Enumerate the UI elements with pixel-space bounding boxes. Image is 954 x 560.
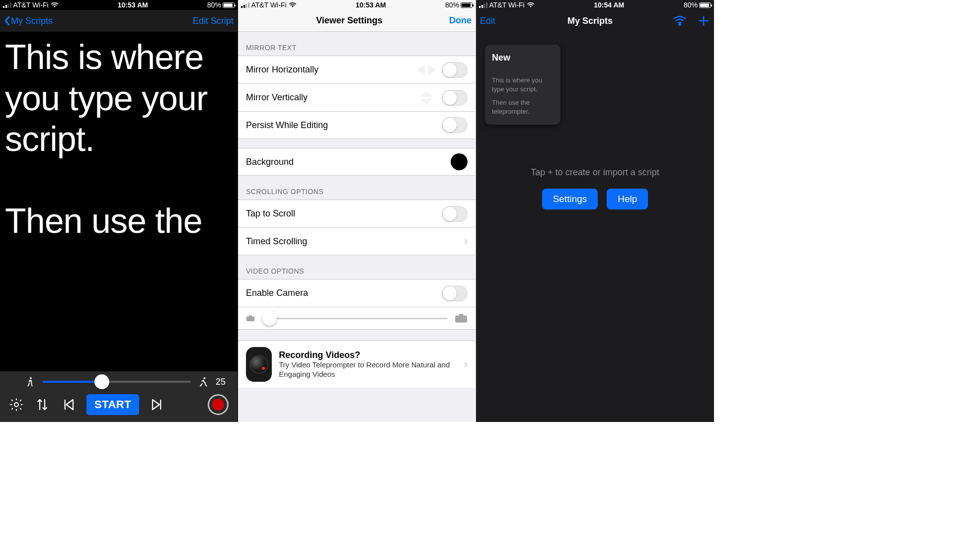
tap-to-scroll-toggle[interactable] [442, 206, 468, 222]
swap-direction-icon[interactable] [35, 397, 50, 412]
edit-button[interactable]: Edit [480, 16, 510, 26]
svg-rect-5 [455, 316, 467, 323]
speed-slider[interactable] [43, 381, 191, 383]
walk-icon [25, 375, 36, 388]
svg-rect-4 [249, 315, 252, 317]
enable-camera-row[interactable]: Enable Camera [238, 279, 476, 307]
status-bar: AT&T Wi-Fi 10:53 AM 80% [238, 0, 476, 10]
viewer-settings-screen: AT&T Wi-Fi 10:53 AM 80% Viewer Settings … [238, 0, 476, 422]
camera-large-icon [455, 313, 468, 323]
teleprompter-screen: AT&T Wi-Fi 10:53 AM 80% My Scripts Edit … [0, 0, 238, 422]
signal-icon [241, 2, 249, 8]
wifi-icon [289, 2, 297, 8]
run-icon [198, 375, 209, 388]
gear-icon[interactable] [9, 397, 24, 412]
settings-button[interactable]: Settings [542, 189, 598, 210]
carrier-label: AT&T Wi-Fi [251, 1, 287, 9]
svg-rect-3 [246, 316, 255, 321]
timed-scrolling-row[interactable]: Timed Scrolling › [238, 227, 476, 255]
skip-forward-icon[interactable] [150, 397, 165, 412]
nav-bar: Edit My Scripts [476, 10, 714, 32]
camera-size-slider[interactable] [262, 318, 448, 319]
clock: 10:53 AM [118, 1, 148, 9]
persist-editing-row[interactable]: Persist While Editing [238, 111, 476, 139]
svg-point-0 [30, 377, 32, 379]
camera-small-icon [246, 315, 255, 322]
promo-row[interactable]: Recording Videos? Try Video Teleprompter… [238, 341, 476, 388]
wifi-icon [51, 2, 59, 8]
persist-toggle[interactable] [442, 117, 468, 133]
enable-camera-toggle[interactable] [442, 285, 468, 301]
script-text[interactable]: This is where you type your script. Then… [0, 32, 238, 371]
my-scripts-screen: AT&T Wi-Fi 10:54 AM 80% Edit My Scripts … [476, 0, 714, 422]
chevron-left-icon [4, 16, 10, 26]
nav-bar: Viewer Settings Done [238, 10, 476, 32]
page-title: My Scripts [510, 16, 670, 26]
mirror-vertically-row[interactable]: Mirror Vertically [238, 83, 476, 111]
background-color-swatch [451, 153, 468, 170]
script-card-title: New [492, 53, 554, 63]
wifi-icon [527, 2, 535, 8]
mirror-horizontally-row[interactable]: Mirror Horizontally [238, 56, 476, 83]
chevron-right-icon: › [464, 235, 468, 248]
battery-icon [699, 2, 711, 8]
status-bar: AT&T Wi-Fi 10:53 AM 80% [0, 0, 238, 10]
done-button[interactable]: Done [427, 15, 472, 26]
camera-size-slider-row[interactable] [238, 307, 476, 330]
edit-script-button[interactable]: Edit Script [189, 16, 234, 26]
start-button[interactable]: START [86, 394, 139, 415]
background-row[interactable]: Background [238, 148, 476, 176]
signal-icon [479, 2, 487, 8]
battery-icon [461, 2, 473, 8]
promo-subtitle: Try Video Teleprompter to Record More Na… [279, 360, 450, 379]
mirror-vertical-toggle[interactable] [442, 90, 468, 106]
battery-percent: 80% [445, 1, 459, 9]
script-card[interactable]: New This is where you type your script. … [485, 45, 560, 125]
page-title: Viewer Settings [272, 15, 427, 26]
empty-hint: Tap + to create or import a script [485, 167, 705, 178]
record-button[interactable] [208, 394, 229, 415]
tap-to-scroll-row[interactable]: Tap to Scroll [238, 200, 476, 227]
svg-rect-6 [459, 314, 464, 316]
section-header-mirror: MIRROR TEXT [238, 32, 476, 56]
clock: 10:54 AM [594, 1, 624, 9]
help-button[interactable]: Help [607, 189, 648, 210]
promo-app-icon [246, 347, 272, 382]
controls-bar: 25 START [0, 371, 238, 422]
nav-bar: My Scripts Edit Script [0, 10, 238, 32]
promo-title: Recording Videos? [279, 350, 450, 360]
mirror-horizontal-toggle[interactable] [442, 62, 468, 78]
battery-percent: 80% [684, 1, 698, 9]
status-bar: AT&T Wi-Fi 10:54 AM 80% [476, 0, 714, 10]
battery-icon [223, 2, 235, 8]
section-header-video: VIDEO OPTIONS [238, 255, 476, 279]
remote-icon[interactable] [673, 14, 686, 27]
section-header-scrolling: SCROLLING OPTIONS [238, 176, 476, 200]
battery-percent: 80% [207, 1, 221, 9]
clock: 10:53 AM [356, 1, 386, 9]
signal-icon [3, 2, 11, 8]
carrier-label: AT&T Wi-Fi [13, 1, 49, 9]
skip-back-icon[interactable] [61, 397, 76, 412]
speed-value: 25 [216, 377, 229, 387]
svg-point-2 [14, 403, 18, 407]
plus-icon[interactable] [697, 14, 710, 27]
svg-point-7 [679, 24, 680, 25]
chevron-right-icon: › [464, 358, 468, 371]
svg-point-1 [204, 377, 206, 379]
mirror-vertical-icon [416, 90, 437, 105]
back-button[interactable]: My Scripts [4, 16, 53, 26]
mirror-horizontal-icon [416, 63, 437, 77]
carrier-label: AT&T Wi-Fi [489, 1, 525, 9]
